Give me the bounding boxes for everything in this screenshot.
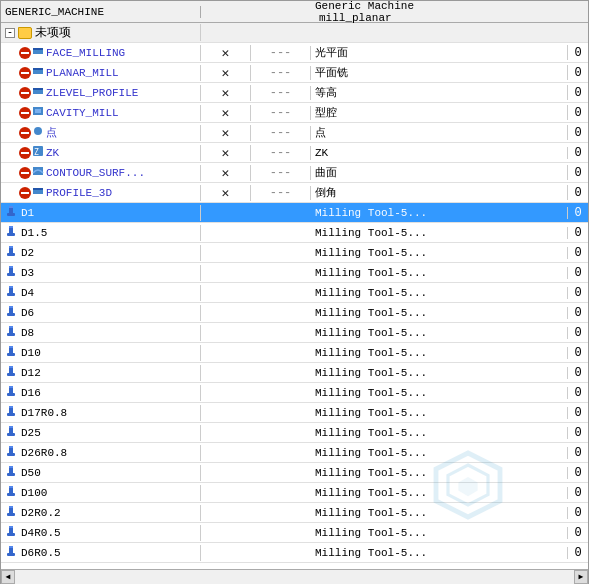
col4-cell: 倒角 [311,185,568,200]
svg-point-8 [34,127,42,135]
row-label: FACE_MILLING [46,47,125,59]
table-row[interactable]: D25 Milling Tool-5...0 [1,423,588,443]
table-row[interactable]: D10 Milling Tool-5...0 [1,343,588,363]
table-row[interactable]: FACE_MILLING ✕---光平面0 [1,43,588,63]
svg-rect-16 [9,206,13,208]
col1-cell: D1.5 [1,225,201,241]
col4-cell: Milling Tool-5... [311,367,568,379]
col1-cell: D4R0.5 [1,525,201,541]
col1-cell: D1 [1,205,201,221]
col2-cell: ✕ [201,125,251,141]
horizontal-scrollbar[interactable]: ◀ ▶ [1,569,588,583]
table-row[interactable]: D1.5 Milling Tool-5...0 [1,223,588,243]
col5-cell: 0 [568,86,588,100]
table-row[interactable]: D8 Milling Tool-5...0 [1,323,588,343]
tool-icon [5,325,19,341]
table-row[interactable]: ZLEVEL_PROFILE ✕---等高0 [1,83,588,103]
op-type-icon [32,85,44,101]
col4-cell: Milling Tool-5... [311,507,568,519]
row-label: D1 [21,207,34,219]
table-row[interactable]: Z ZK ✕---ZK0 [1,143,588,163]
col5-cell: 0 [568,406,588,420]
col3-cell: --- [251,186,311,200]
row-label: D1.5 [21,227,47,239]
svg-rect-51 [7,453,15,456]
svg-rect-15 [7,213,15,216]
scroll-right-button[interactable]: ▶ [574,570,588,584]
col2-cell: ✕ [201,65,251,81]
header-col1: GENERIC_MACHINE [1,6,201,18]
col1-cell: D16 [1,385,201,401]
col1-cell: D2 [1,245,201,261]
svg-rect-1 [33,48,43,50]
table-row[interactable]: PLANAR_MILL ✕---平面铣0 [1,63,588,83]
col5-cell: 0 [568,346,588,360]
table-row[interactable]: D17R0.8 Milling Tool-5...0 [1,403,588,423]
no-entry-icon [19,107,31,119]
table-row[interactable]: - 未项项 [1,23,588,43]
table-row[interactable]: D6R0.5 Milling Tool-5...0 [1,543,588,563]
table-row[interactable]: D4R0.5 Milling Tool-5...0 [1,523,588,543]
table-row[interactable]: D1 Milling Tool-5...0 [1,203,588,223]
col1-cell: D50 [1,465,201,481]
svg-rect-21 [7,253,15,256]
tool-icon [5,405,19,421]
table-scroll[interactable]: - 未项项 FACE_MILLING ✕---光平面0 PLANAR_MILL … [1,23,588,569]
svg-text:Z: Z [34,148,39,157]
col1-cell: PLANAR_MILL [1,65,201,81]
no-entry-icon [19,87,31,99]
no-entry-icon [19,167,31,179]
table-row[interactable]: CONTOUR_SURF... ✕---曲面0 [1,163,588,183]
col5-cell: 0 [568,366,588,380]
table-row[interactable]: D2R0.2 Milling Tool-5...0 [1,503,588,523]
col1-cell: ZLEVEL_PROFILE [1,85,201,101]
col2-cell: ✕ [201,165,251,181]
scroll-track[interactable] [15,570,574,584]
row-label: D3 [21,267,34,279]
table-row[interactable]: D50 Milling Tool-5...0 [1,463,588,483]
row-label: 点 [46,125,57,140]
tool-icon [5,465,19,481]
table-row[interactable]: D12 Milling Tool-5...0 [1,363,588,383]
tool-icon [5,425,19,441]
col3-cell: --- [251,106,311,120]
svg-rect-45 [7,413,15,416]
table-row[interactable]: D100 Milling Tool-5...0 [1,483,588,503]
table-row[interactable]: D4 Milling Tool-5...0 [1,283,588,303]
svg-rect-18 [7,233,15,236]
table-row[interactable]: D16 Milling Tool-5...0 [1,383,588,403]
col5-cell: 0 [568,246,588,260]
col5-cell: 0 [568,166,588,180]
op-type-icon: Z [32,145,44,161]
svg-rect-40 [9,366,13,368]
tool-icon [5,505,19,521]
table-row[interactable]: CAVITY_MILL ✕---型腔0 [1,103,588,123]
col1-cell: D26R0.8 [1,445,201,461]
table-row[interactable]: D6 Milling Tool-5...0 [1,303,588,323]
col4-cell: 曲面 [311,165,568,180]
table-row[interactable]: D26R0.8 Milling Tool-5...0 [1,443,588,463]
col4-cell: Milling Tool-5... [311,227,568,239]
table-row[interactable]: PROFILE_3D ✕---倒角0 [1,183,588,203]
col1-cell: D6 [1,305,201,321]
row-label: D10 [21,347,41,359]
scroll-left-button[interactable]: ◀ [1,570,15,584]
row-label: D25 [21,427,41,439]
svg-rect-24 [7,273,15,276]
table-row[interactable]: 点 ✕---点0 [1,123,588,143]
cross-icon: ✕ [222,65,230,81]
table-row[interactable]: D2 Milling Tool-5...0 [1,243,588,263]
col4-cell: Milling Tool-5... [311,347,568,359]
tool-icon [5,485,19,501]
row-label: D4R0.5 [21,527,61,539]
expand-icon[interactable]: - [5,28,15,38]
col4-cell: Milling Tool-5... [311,467,568,479]
col1-cell: D6R0.5 [1,545,201,561]
op-type-icon [32,45,44,61]
row-label: D6 [21,307,34,319]
col5-cell: 0 [568,546,588,560]
no-entry-icon [19,187,31,199]
op-type-icon [32,105,44,121]
table-row[interactable]: D3 Milling Tool-5...0 [1,263,588,283]
col1-cell: 点 [1,125,201,141]
